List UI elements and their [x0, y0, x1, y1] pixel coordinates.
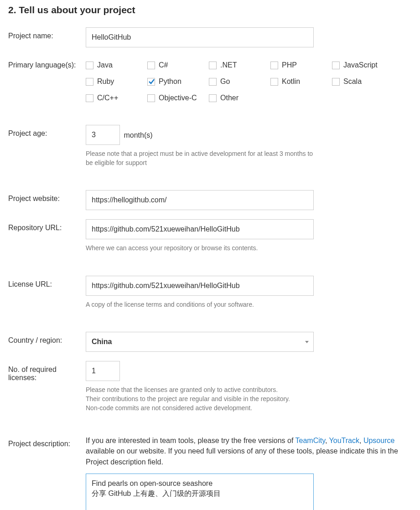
language-option: Python	[147, 77, 209, 86]
control-repository-url: Where we can access your repository or b…	[86, 219, 412, 253]
team-tools-info: If you are interested in team tools, ple…	[86, 435, 412, 467]
language-option: PHP	[270, 61, 332, 69]
control-project-age: month(s) Please note that a project must…	[86, 125, 412, 167]
row-licenses: No. of required licenses: Please note th…	[8, 361, 412, 412]
repository-url-input[interactable]	[86, 219, 314, 239]
control-country: China	[86, 332, 412, 352]
language-label: Other	[220, 94, 239, 102]
project-website-input[interactable]	[86, 190, 314, 210]
language-checkbox[interactable]	[86, 94, 93, 102]
row-country: Country / region: China	[8, 332, 412, 352]
language-label: Scala	[343, 77, 362, 86]
language-checkbox[interactable]	[147, 62, 155, 69]
language-checkbox[interactable]	[270, 78, 278, 86]
licenses-input[interactable]	[86, 361, 120, 381]
row-project-name: Project name:	[8, 27, 412, 47]
country-select[interactable]: China	[86, 332, 314, 352]
label-project-name: Project name:	[8, 27, 86, 40]
license-url-input[interactable]	[86, 276, 314, 296]
language-option: JavaScript	[332, 61, 394, 69]
language-checkbox[interactable]	[147, 94, 155, 102]
language-label: .NET	[220, 61, 237, 69]
info-sep1: ,	[325, 437, 329, 444]
row-project-age: Project age: month(s) Please note that a…	[8, 125, 412, 167]
control-license-url: A copy of the license terms and conditio…	[86, 276, 412, 309]
project-age-suffix: month(s)	[124, 131, 152, 139]
control-project-name	[86, 27, 412, 47]
label-repository-url: Repository URL:	[8, 219, 86, 232]
chevron-down-icon	[305, 341, 309, 343]
language-option: Go	[209, 77, 270, 86]
language-option: Other	[209, 94, 270, 102]
label-licenses: No. of required licenses:	[8, 361, 86, 382]
language-checkbox[interactable]	[270, 62, 278, 69]
language-checkbox[interactable]	[332, 62, 340, 69]
label-license-url: License URL:	[8, 276, 86, 288]
label-project-description: Project description:	[8, 435, 86, 448]
language-checkbox[interactable]	[209, 62, 217, 69]
control-project-description: If you are interested in team tools, ple…	[86, 435, 412, 510]
control-project-website	[86, 190, 412, 210]
language-checkbox[interactable]	[332, 78, 340, 86]
control-licenses: Please note that the licenses are grante…	[86, 361, 412, 412]
link-youtrack[interactable]: YouTrack	[329, 437, 359, 444]
language-option: C#	[147, 61, 209, 69]
language-option: Scala	[332, 77, 394, 86]
license-url-helper: A copy of the license terms and conditio…	[86, 300, 314, 309]
language-grid: JavaC#.NETPHPJavaScriptRubyPythonGoKotli…	[86, 57, 412, 102]
language-option: Ruby	[86, 77, 147, 86]
language-option: .NET	[209, 61, 270, 69]
language-option: Kotlin	[270, 77, 332, 86]
language-label: Ruby	[97, 77, 114, 86]
language-label: Kotlin	[282, 77, 300, 86]
language-checkbox[interactable]	[86, 62, 93, 69]
project-age-helper: Please note that a project must be in ac…	[86, 149, 314, 167]
language-option: Java	[86, 61, 147, 69]
link-teamcity[interactable]: TeamCity	[296, 437, 326, 444]
language-option: Objective-C	[147, 94, 209, 102]
country-select-value: China	[92, 338, 112, 346]
project-description-input[interactable]	[86, 474, 314, 510]
project-age-input[interactable]	[86, 125, 120, 145]
language-checkbox[interactable]	[209, 78, 217, 86]
licenses-helper-2: Their contributions to the project are r…	[86, 395, 314, 404]
language-label: JavaScript	[343, 61, 378, 69]
label-project-age: Project age:	[8, 125, 86, 138]
label-languages: Primary language(s):	[8, 57, 86, 69]
row-project-description: Project description: If you are interest…	[8, 435, 412, 510]
language-label: C/C++	[97, 94, 118, 102]
control-languages: JavaC#.NETPHPJavaScriptRubyPythonGoKotli…	[86, 57, 412, 102]
language-checkbox[interactable]	[147, 78, 155, 86]
section-heading: 2. Tell us about your project	[8, 5, 412, 15]
language-label: Python	[159, 77, 181, 86]
row-languages: Primary language(s): JavaC#.NETPHPJavaSc…	[8, 57, 412, 102]
repository-url-helper: Where we can access your repository or b…	[86, 244, 314, 253]
label-country: Country / region:	[8, 332, 86, 345]
info-pre: If you are interested in team tools, ple…	[86, 437, 296, 444]
language-label: PHP	[282, 61, 297, 69]
row-project-website: Project website:	[8, 190, 412, 210]
language-label: Java	[97, 61, 113, 69]
project-name-input[interactable]	[86, 27, 314, 47]
language-option: C/C++	[86, 94, 147, 102]
language-label: Objective-C	[159, 94, 197, 102]
row-license-url: License URL: A copy of the license terms…	[8, 276, 412, 309]
info-post: available on our website. If you need fu…	[86, 447, 398, 465]
language-checkbox[interactable]	[86, 78, 93, 86]
label-project-website: Project website:	[8, 190, 86, 203]
language-label: Go	[220, 77, 230, 86]
row-repository-url: Repository URL: Where we can access your…	[8, 219, 412, 253]
licenses-helper-1: Please note that the licenses are grante…	[86, 386, 314, 395]
language-label: C#	[159, 61, 168, 69]
info-sep2: ,	[359, 437, 363, 444]
link-upsource[interactable]: Upsource	[363, 437, 394, 444]
language-checkbox[interactable]	[209, 94, 217, 102]
licenses-helper-3: Non-code commits are not considered acti…	[86, 404, 314, 413]
licenses-helper: Please note that the licenses are grante…	[86, 386, 314, 412]
